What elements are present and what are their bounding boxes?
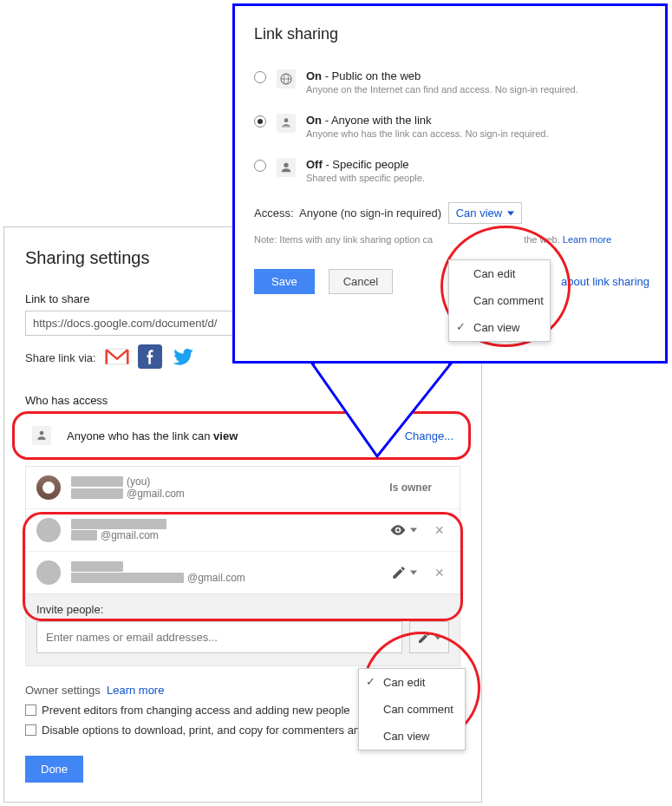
caret-down-icon [410, 569, 417, 576]
redacted-name [71, 561, 123, 572]
email-suffix: @gmail.com [101, 529, 159, 541]
access-line: Access: Anyone (no sign-in required) Can… [254, 202, 649, 224]
link-sharing-option-anyone-link[interactable]: On - Anyone with the link Anyone who has… [254, 114, 649, 139]
learn-about-link-sharing-link[interactable]: about link sharing [561, 275, 649, 288]
redacted-email [71, 530, 97, 541]
dropdown-item-can-edit[interactable]: Can edit [449, 260, 550, 287]
option-title-bold: Off [306, 158, 323, 171]
dropdown-item-can-view[interactable]: Can view [449, 314, 550, 341]
owner-label: Is owner [389, 482, 432, 494]
link-access-text: Anyone who has the link can view [67, 429, 405, 442]
permission-dropdown-edit[interactable] [391, 565, 417, 580]
svg-point-14 [284, 118, 289, 122]
done-button[interactable]: Done [25, 756, 83, 783]
access-label: Access: [254, 206, 294, 220]
note-line: Note: Items with any link sharing option… [254, 234, 649, 245]
globe-icon [277, 69, 296, 88]
dropdown-item-can-edit[interactable]: Can edit [359, 669, 465, 696]
svg-point-8 [397, 528, 400, 531]
access-dropdown-menu: Can edit Can comment Can view [448, 259, 551, 342]
link-sharing-title: Link sharing [254, 25, 649, 43]
note-learn-more-link[interactable]: Learn more [563, 234, 611, 245]
invite-dropdown-menu: Can edit Can comment Can view [358, 668, 466, 750]
invite-input[interactable] [36, 621, 402, 653]
person-row: @gmail.com × [26, 552, 460, 593]
checkbox-label: Disable options to download, print, and … [42, 724, 408, 737]
link-access-prefix: Anyone who has the link can [67, 429, 213, 442]
dropdown-item-can-view[interactable]: Can view [359, 723, 465, 750]
link-access-permission: view [213, 429, 238, 442]
note-text-1: Note: Items with any link sharing option… [254, 234, 433, 245]
pencil-icon [417, 631, 431, 645]
redacted-email [71, 573, 184, 583]
redacted-name [71, 519, 166, 529]
invite-permission-dropdown[interactable] [409, 621, 449, 653]
facebook-icon[interactable] [138, 344, 162, 371]
cancel-button[interactable]: Cancel [329, 269, 393, 294]
option-title-bold: On [306, 69, 322, 82]
avatar [36, 518, 61, 542]
avatar [36, 560, 61, 585]
email-suffix: @gmail.com [127, 488, 185, 500]
person-link-icon [277, 114, 296, 133]
owner-settings-learn-more-link[interactable]: Learn more [107, 684, 164, 697]
people-list: (you) @gmail.com Is owner @gmail.com × [25, 466, 460, 594]
caret-down-icon [434, 634, 441, 641]
option-subtitle: Anyone on the Internet can find and acce… [306, 84, 578, 95]
access-dropdown-value: Can view [456, 206, 502, 220]
avatar [36, 475, 61, 500]
link-access-row: Anyone who has the link can view Change.… [25, 412, 460, 459]
redacted-email [71, 488, 123, 499]
change-link[interactable]: Change... [405, 429, 453, 442]
option-title-rest: - Anyone with the link [322, 114, 431, 127]
note-text-2: the web. [524, 234, 563, 245]
option-subtitle: Shared with specific people. [306, 173, 425, 183]
invite-people-block: Invite people: [25, 594, 460, 666]
checkbox-icon [25, 724, 36, 736]
checkbox-label: Prevent editors from changing access and… [42, 704, 350, 717]
email-suffix: @gmail.com [187, 572, 245, 584]
dropdown-item-can-comment[interactable]: Can comment [359, 696, 465, 723]
svg-point-4 [40, 431, 44, 436]
option-subtitle: Anyone who has the link can access. No s… [306, 128, 548, 139]
caret-down-icon [410, 527, 417, 534]
person-row: @gmail.com × [26, 509, 460, 552]
person-icon [277, 158, 296, 177]
link-sharing-option-specific[interactable]: Off - Specific people Shared with specif… [254, 158, 649, 183]
access-dropdown[interactable]: Can view [448, 202, 522, 224]
invite-people-label: Invite people: [36, 603, 449, 616]
option-title-rest: - Specific people [323, 158, 409, 171]
svg-point-18 [284, 163, 288, 167]
twitter-icon[interactable] [171, 344, 195, 371]
owner-settings-label: Owner settings [25, 684, 101, 697]
radio-icon-checked [254, 115, 266, 128]
permission-dropdown-view[interactable] [389, 521, 417, 539]
dropdown-item-can-comment[interactable]: Can comment [449, 287, 550, 314]
remove-person-button[interactable]: × [429, 521, 449, 540]
link-icon [32, 426, 51, 445]
share-link-via-label: Share link via: [25, 351, 96, 364]
person-row-owner: (you) @gmail.com Is owner [26, 467, 460, 509]
option-title-rest: - Public on the web [322, 69, 421, 82]
checkbox-icon [25, 704, 36, 716]
option-title-bold: On [306, 114, 322, 127]
access-who: Anyone (no sign-in required) [299, 206, 441, 220]
radio-icon [254, 71, 266, 83]
you-suffix: (you) [127, 475, 150, 488]
radio-icon [254, 160, 266, 172]
gmail-icon[interactable] [105, 344, 129, 371]
save-button[interactable]: Save [254, 269, 315, 294]
remove-person-button[interactable]: × [429, 564, 449, 582]
caret-down-icon [507, 210, 514, 217]
who-has-access-label: Who has access [25, 394, 460, 407]
link-sharing-option-public[interactable]: On - Public on the web Anyone on the Int… [254, 69, 649, 95]
redacted-name [71, 476, 123, 487]
